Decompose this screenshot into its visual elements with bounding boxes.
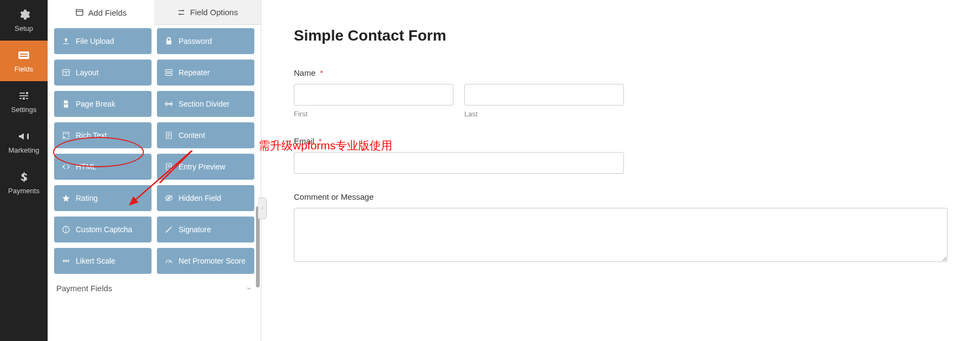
tab-add-fields[interactable]: Add Fields (48, 0, 154, 25)
field-label: Custom Captcha (76, 225, 132, 234)
field-file-upload[interactable]: File Upload (54, 28, 152, 54)
captcha-icon (62, 225, 70, 234)
field-label: Repeater (179, 68, 210, 77)
field-label: Section Divider (179, 100, 229, 108)
nav-setup[interactable]: Setup (0, 0, 48, 41)
pagebreak-icon (62, 100, 70, 108)
svg-point-21 (63, 226, 69, 233)
message-label: Comment or Message (294, 192, 948, 201)
field-label: Password (179, 37, 212, 45)
field-label: Content (179, 131, 205, 140)
svg-line-22 (169, 261, 170, 263)
field-label: Signature (179, 225, 211, 234)
field-likert[interactable]: Likert Scale (54, 248, 152, 274)
field-rich-text[interactable]: Rich Text (54, 122, 152, 148)
field-label: Rating (76, 194, 97, 202)
field-nps[interactable]: Net Promoter Score (157, 248, 254, 274)
repeater-icon (165, 68, 173, 77)
field-email-row: Email * (294, 136, 948, 174)
chevron-down-icon (246, 285, 252, 292)
svg-rect-11 (166, 73, 172, 75)
star-icon (62, 194, 70, 202)
svg-rect-10 (166, 70, 172, 72)
gear-icon (17, 8, 30, 21)
field-section-divider[interactable]: Section Divider (157, 91, 254, 117)
list-icon (17, 49, 30, 62)
section-payment-fields[interactable]: Payment Fields (54, 274, 254, 297)
field-name-row: Name * First Last (294, 68, 948, 118)
preview-icon (165, 162, 173, 171)
likert-icon (62, 257, 70, 265)
field-label: Entry Preview (179, 162, 225, 171)
code-icon (62, 162, 70, 171)
section-label: Payment Fields (56, 284, 112, 293)
tab-field-options[interactable]: Field Options (154, 0, 261, 25)
hidden-icon (165, 194, 173, 202)
field-label: Likert Scale (76, 257, 115, 265)
name-label: Name * (294, 68, 948, 77)
field-repeater[interactable]: Repeater (157, 60, 254, 86)
lock-icon (165, 37, 173, 45)
message-textarea[interactable] (294, 208, 948, 262)
nav-label: Settings (11, 106, 37, 114)
nav-marketing[interactable]: Marketing (0, 122, 48, 162)
field-label: Rich Text (76, 131, 107, 140)
field-label: Layout (76, 68, 98, 77)
svg-rect-2 (20, 56, 28, 57)
svg-rect-1 (20, 54, 28, 55)
field-rating[interactable]: Rating (54, 185, 152, 211)
first-sublabel: First (294, 110, 453, 118)
chevron-left-icon (260, 205, 265, 212)
email-input[interactable] (294, 152, 624, 174)
upload-icon (62, 37, 70, 45)
nav-label: Setup (15, 24, 33, 32)
field-signature[interactable]: Signature (157, 217, 254, 242)
pencil-icon (165, 225, 173, 234)
svg-rect-0 (18, 51, 29, 59)
field-label: Hidden Field (179, 194, 221, 202)
window-icon (75, 8, 84, 17)
dollar-icon (17, 170, 30, 183)
last-sublabel: Last (464, 110, 624, 118)
field-captcha[interactable]: Custom Captcha (54, 217, 152, 242)
richtext-icon (62, 131, 70, 140)
field-entry-preview[interactable]: Entry Preview (157, 154, 254, 180)
panel-collapse-handle[interactable] (258, 198, 267, 219)
bullhorn-icon (17, 130, 30, 143)
layout-icon (62, 68, 70, 77)
form-preview[interactable]: Simple Contact Form Name * First Last Em… (261, 0, 980, 341)
required-mark: * (320, 68, 323, 77)
nav-label: Payments (8, 187, 40, 195)
svg-rect-3 (76, 10, 83, 16)
field-password[interactable]: Password (157, 28, 254, 54)
field-message-row: Comment or Message (294, 192, 948, 264)
field-page-break[interactable]: Page Break (54, 91, 152, 117)
nav-fields[interactable]: Fields (0, 41, 48, 81)
field-label: Net Promoter Score (179, 257, 246, 265)
required-mark: * (319, 136, 322, 146)
sliders-icon (17, 89, 30, 102)
nav-payments[interactable]: Payments (0, 162, 48, 203)
field-html[interactable]: HTML (54, 154, 152, 180)
first-name-input[interactable] (294, 84, 453, 106)
nav-label: Marketing (8, 146, 39, 154)
field-label: HTML (76, 162, 96, 171)
email-label: Email * (294, 136, 948, 146)
divider-icon (165, 100, 173, 108)
svg-point-6 (179, 14, 181, 15)
nav-settings[interactable]: Settings (0, 81, 48, 122)
gauge-icon (165, 257, 173, 265)
last-name-input[interactable] (464, 84, 624, 106)
field-content[interactable]: Content (157, 122, 254, 148)
tab-label: Add Fields (88, 8, 127, 17)
nav-label: Fields (15, 65, 34, 73)
tab-label: Field Options (190, 8, 238, 17)
sliders-icon (177, 8, 186, 17)
field-label: Page Break (76, 100, 115, 108)
content-icon (165, 131, 173, 140)
svg-point-5 (182, 10, 184, 11)
field-layout[interactable]: Layout (54, 60, 152, 86)
form-title: Simple Contact Form (294, 27, 948, 44)
field-label: File Upload (76, 37, 114, 45)
field-hidden[interactable]: Hidden Field (157, 185, 254, 211)
